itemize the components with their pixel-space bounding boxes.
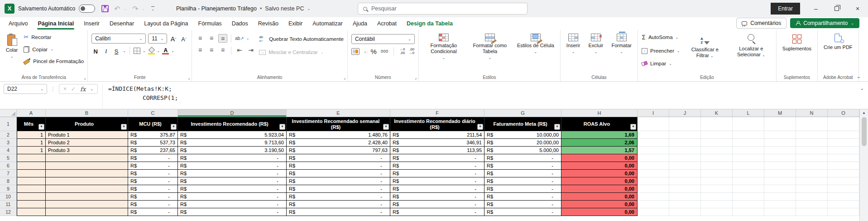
cell-E8[interactable]: R$- [287, 177, 390, 185]
cell-G5[interactable]: R$- [484, 154, 561, 162]
cell-B9[interactable] [46, 185, 128, 193]
cell-M7[interactable] [764, 170, 796, 177]
column-header-M[interactable]: M [764, 109, 796, 117]
filter-button[interactable]: ▼ [477, 124, 483, 130]
cell-F5[interactable]: R$- [390, 154, 484, 162]
cell-L2[interactable] [733, 131, 764, 139]
cell-C8[interactable]: R$- [128, 177, 178, 185]
cell-J9[interactable] [669, 185, 701, 193]
format-cells-button[interactable]: Formatar ⌄ [609, 33, 634, 55]
cell-G10[interactable]: R$- [484, 193, 561, 201]
cell-J2[interactable] [669, 131, 701, 139]
cell-H8[interactable]: 0,00 [561, 177, 638, 185]
cell-C3[interactable]: R$537,73 [128, 139, 178, 147]
autosave-toggle[interactable] [79, 5, 95, 13]
cell-O5[interactable] [828, 154, 859, 162]
cell-N8[interactable] [796, 177, 828, 185]
cell-J6[interactable] [669, 162, 701, 170]
align-bottom-button[interactable]: ≡ [218, 34, 227, 43]
percent-style-button[interactable]: % [371, 48, 377, 55]
redo-icon[interactable]: ↷ [132, 5, 138, 13]
chevron-down-icon[interactable]: ⌄ [124, 7, 127, 11]
cell-O11[interactable] [828, 201, 859, 208]
cell-K10[interactable] [701, 193, 733, 201]
cell-I4[interactable] [638, 147, 669, 154]
insert-function-icon[interactable]: fx [80, 86, 86, 93]
cancel-formula-icon[interactable]: × [63, 86, 67, 92]
cell-G4[interactable]: R$5.000,00 [484, 147, 561, 154]
cell-K2[interactable] [701, 131, 733, 139]
cell-M2[interactable] [764, 131, 796, 139]
align-top-button[interactable]: ≡ [196, 34, 205, 43]
cell-M6[interactable] [764, 162, 796, 170]
orientation-icon[interactable]: ab [235, 36, 244, 41]
cell-B12[interactable] [46, 208, 128, 216]
addins-button[interactable]: Suplementos [780, 33, 814, 53]
cell-K8[interactable] [701, 177, 733, 185]
cell-I6[interactable] [638, 162, 669, 170]
cell-E6[interactable]: R$- [287, 162, 390, 170]
cell-B10[interactable] [46, 193, 128, 201]
cell-L7[interactable] [733, 170, 764, 177]
cell-O6[interactable] [828, 162, 859, 170]
cell-N7[interactable] [796, 170, 828, 177]
filter-button[interactable]: ▼ [383, 124, 389, 130]
cell-K5[interactable] [701, 154, 733, 162]
cell-L6[interactable] [733, 162, 764, 170]
cell-E2[interactable]: R$1.480,76 [287, 131, 390, 139]
clear-button[interactable]: Limpar ⌄ [642, 61, 680, 66]
cell-K3[interactable] [701, 139, 733, 147]
decrease-font-size-button[interactable] [180, 34, 188, 43]
cell-B5[interactable] [46, 154, 128, 162]
cell-M4[interactable] [764, 147, 796, 154]
name-box[interactable]: D22 ⌄ [4, 84, 47, 94]
align-center-button[interactable]: ≡ [207, 46, 216, 54]
cell-D10[interactable]: R$- [178, 193, 287, 201]
dialog-launcher-icon[interactable]: ⌟ [415, 75, 417, 80]
cell-N12[interactable] [796, 208, 828, 216]
cell-E10[interactable]: R$- [287, 193, 390, 201]
cell-K12[interactable] [701, 208, 733, 216]
column-header-O[interactable]: O [828, 109, 859, 117]
bold-button[interactable]: N [91, 46, 100, 55]
cell-J7[interactable] [669, 170, 701, 177]
customize-toolbar-icon[interactable]: ⌄ [151, 6, 154, 11]
header-cell-faturamento-meta-r[interactable]: Faturamento Meta (R$)▼ [484, 117, 561, 131]
cell-O4[interactable] [828, 147, 859, 154]
cell-A6[interactable] [17, 162, 46, 170]
cell-K7[interactable] [701, 170, 733, 177]
cell-C2[interactable]: R$375,87 [128, 131, 178, 139]
cell-J5[interactable] [669, 154, 701, 162]
find-select-button[interactable]: Localizar e Selecionar ⌄ [730, 33, 772, 59]
tab-revisao[interactable]: Revisão [253, 18, 283, 29]
cell-B3[interactable]: Produto 2 [46, 139, 128, 147]
cell-M5[interactable] [764, 154, 796, 162]
cell-J10[interactable] [669, 193, 701, 201]
cell-D11[interactable]: R$- [178, 201, 287, 208]
formula-input[interactable]: =ÍNDICE(Metas!K:K; CORRESP(1; [102, 84, 856, 108]
cell-F12[interactable]: R$- [390, 208, 484, 216]
cell-E3[interactable]: R$2.428,40 [287, 139, 390, 147]
dialog-launcher-icon[interactable]: ⌟ [84, 75, 86, 80]
cell-F4[interactable]: R$113,95 [390, 147, 484, 154]
underline-button[interactable]: S [112, 46, 120, 55]
cell-L11[interactable] [733, 201, 764, 208]
paste-button[interactable]: Colar ⌄ [4, 33, 20, 60]
header-cell-investimento-recomendado-diario-r[interactable]: Investimento Recomendado diário (R$)▼ [390, 117, 484, 131]
cell-F8[interactable]: R$- [390, 177, 484, 185]
cell-A9[interactable] [17, 185, 46, 193]
cell-L3[interactable] [733, 139, 764, 147]
row-header-2[interactable]: 2 [0, 131, 17, 139]
cell-L8[interactable] [733, 177, 764, 185]
cell-O10[interactable] [828, 193, 859, 201]
filter-button[interactable]: ▼ [554, 124, 560, 130]
number-format-select[interactable]: Contábil⌄ [351, 34, 415, 44]
cell-N10[interactable] [796, 193, 828, 201]
cell-I9[interactable] [638, 185, 669, 193]
cell-H5[interactable]: 0,00 [561, 154, 638, 162]
cell-M3[interactable] [764, 139, 796, 147]
cell-D3[interactable]: R$9.713,60 [178, 139, 287, 147]
cell-G2[interactable]: R$10.000,00 [484, 131, 561, 139]
cell-C10[interactable]: R$- [128, 193, 178, 201]
cell-N5[interactable] [796, 154, 828, 162]
